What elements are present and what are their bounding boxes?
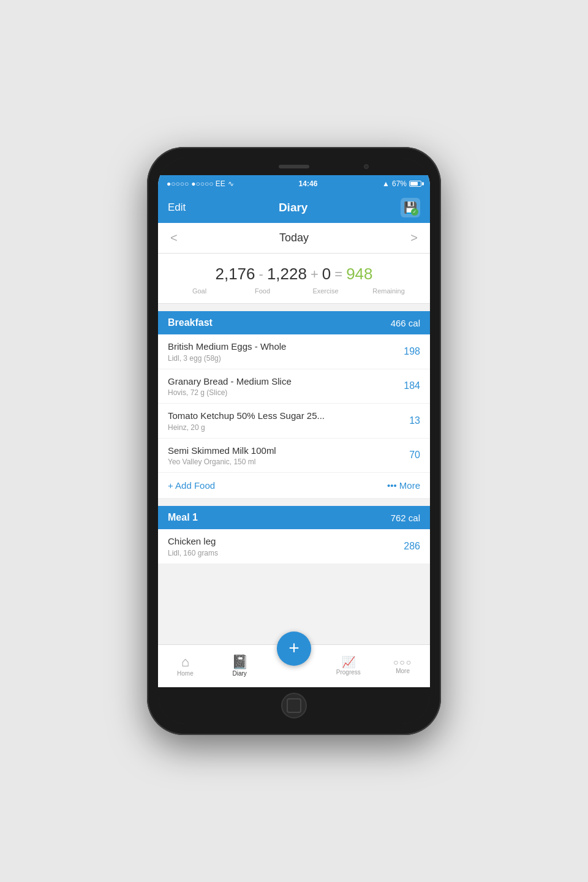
breakfast-header: Breakfast 466 cal bbox=[158, 311, 430, 334]
phone-camera bbox=[364, 164, 369, 169]
tab-progress[interactable]: 📈 Progress bbox=[321, 645, 375, 687]
food-item-ketchup[interactable]: Tomato Ketchup 50% Less Sugar 25... Hein… bbox=[158, 404, 430, 439]
food-info-chicken: Chicken leg Lidl, 160 grams bbox=[168, 535, 399, 557]
tab-more[interactable]: ○○○ More bbox=[375, 645, 430, 687]
phone-home-area bbox=[158, 687, 430, 724]
progress-icon: 📈 bbox=[342, 657, 355, 668]
tab-home-label: Home bbox=[177, 670, 194, 677]
food-detail-ketchup: Heinz, 20 g bbox=[168, 423, 399, 432]
wifi-icon: ∿ bbox=[228, 179, 234, 188]
edit-button[interactable]: Edit bbox=[168, 202, 186, 214]
food-cal-chicken: 286 bbox=[399, 541, 420, 552]
save-check-icon: ✓ bbox=[411, 208, 418, 216]
food-cal-milk: 70 bbox=[399, 450, 420, 461]
status-right: ▲ 67% bbox=[382, 179, 421, 188]
food-detail-milk: Yeo Valley Organic, 150 ml bbox=[168, 458, 399, 466]
status-left: ●○○○○ ●○○○○ EE ∿ bbox=[167, 179, 234, 188]
diary-icon: 📓 bbox=[232, 655, 248, 669]
phone-inner: ●○○○○ ●○○○○ EE ∿ 14:46 ▲ 67% Edit Diary bbox=[158, 158, 430, 724]
food-detail-eggs: Lidl, 3 egg (58g) bbox=[168, 354, 399, 363]
remaining-value: 948 bbox=[346, 265, 372, 284]
home-button-inner bbox=[287, 698, 301, 713]
carrier-label: ●○○○○ EE bbox=[191, 179, 225, 188]
food-item-eggs[interactable]: British Medium Eggs - Whole Lidl, 3 egg … bbox=[158, 334, 430, 369]
food-name-bread: Granary Bread - Medium Slice bbox=[168, 375, 399, 388]
remaining-label: Remaining bbox=[357, 287, 420, 295]
more-icon: ○○○ bbox=[393, 658, 412, 666]
breakfast-section: Breakfast 466 cal British Medium Eggs - … bbox=[158, 311, 430, 499]
meal1-header: Meal 1 762 cal bbox=[158, 506, 430, 529]
food-cal-bread: 184 bbox=[399, 380, 420, 391]
signal-dots: ●○○○○ bbox=[167, 179, 189, 188]
tab-diary[interactable]: 📓 Diary bbox=[213, 645, 267, 687]
battery-percent: 67% bbox=[392, 179, 407, 188]
food-info-bread: Granary Bread - Medium Slice Hovis, 72 g… bbox=[168, 375, 399, 398]
status-time: 14:46 bbox=[299, 179, 318, 188]
food-detail-chicken: Lidl, 160 grams bbox=[168, 549, 399, 557]
plus-operator: + bbox=[311, 266, 318, 282]
next-date-button[interactable]: > bbox=[410, 231, 418, 245]
food-item-milk[interactable]: Semi Skimmed Milk 100ml Yeo Valley Organ… bbox=[158, 439, 430, 473]
tab-add[interactable]: + bbox=[267, 645, 322, 687]
battery-icon bbox=[409, 181, 421, 187]
breakfast-title: Breakfast bbox=[168, 317, 213, 328]
food-value: 1,228 bbox=[267, 265, 307, 284]
cal-labels: Goal Food Exercise Remaining bbox=[168, 287, 420, 295]
food-name-chicken: Chicken leg bbox=[168, 535, 399, 548]
add-food-plus-button[interactable]: + bbox=[277, 631, 311, 666]
phone-top-bar bbox=[158, 158, 430, 175]
more-button-breakfast[interactable]: ••• More bbox=[387, 480, 420, 491]
tab-bar: ⌂ Home 📓 Diary + 📈 Progress bbox=[158, 644, 430, 687]
food-item-bread[interactable]: Granary Bread - Medium Slice Hovis, 72 g… bbox=[158, 369, 430, 404]
add-food-row-breakfast: + Add Food ••• More bbox=[158, 473, 430, 499]
plus-icon: + bbox=[288, 639, 300, 657]
food-cal-ketchup: 13 bbox=[399, 415, 420, 426]
page-title: Diary bbox=[279, 201, 308, 214]
phone-speaker bbox=[279, 165, 309, 168]
food-info-ketchup: Tomato Ketchup 50% Less Sugar 25... Hein… bbox=[168, 410, 399, 432]
food-info-milk: Semi Skimmed Milk 100ml Yeo Valley Organ… bbox=[168, 445, 399, 467]
screen: ●○○○○ ●○○○○ EE ∿ 14:46 ▲ 67% Edit Diary bbox=[158, 175, 430, 687]
add-food-button-breakfast[interactable]: + Add Food bbox=[168, 480, 215, 491]
cal-row: 2,176 - 1,228 + 0 = 948 bbox=[168, 265, 420, 284]
date-nav: < Today > bbox=[158, 223, 430, 254]
tab-diary-label: Diary bbox=[233, 670, 247, 677]
food-item-chicken[interactable]: Chicken leg Lidl, 160 grams 286 bbox=[158, 529, 430, 564]
exercise-label: Exercise bbox=[294, 287, 357, 295]
food-detail-bread: Hovis, 72 g (Slice) bbox=[168, 388, 399, 397]
current-date: Today bbox=[279, 232, 309, 244]
tab-home[interactable]: ⌂ Home bbox=[158, 645, 213, 687]
meal1-calories: 762 cal bbox=[391, 513, 420, 523]
minus-operator: - bbox=[259, 266, 263, 282]
phone-device: ●○○○○ ●○○○○ EE ∿ 14:46 ▲ 67% Edit Diary bbox=[147, 147, 441, 735]
tab-progress-label: Progress bbox=[336, 669, 361, 676]
food-name-ketchup: Tomato Ketchup 50% Less Sugar 25... bbox=[168, 410, 399, 422]
food-name-milk: Semi Skimmed Milk 100ml bbox=[168, 445, 399, 457]
equals-operator: = bbox=[334, 266, 342, 282]
content-area: < Today > 2,176 - 1,228 + 0 = 948 bbox=[158, 223, 430, 644]
location-icon: ▲ bbox=[382, 179, 390, 188]
home-icon: ⌂ bbox=[181, 655, 189, 669]
exercise-value: 0 bbox=[322, 265, 331, 284]
save-button[interactable]: 💾 ✓ bbox=[401, 198, 420, 217]
food-cal-eggs: 198 bbox=[399, 346, 420, 357]
battery-fill bbox=[410, 182, 418, 186]
meal1-title: Meal 1 bbox=[168, 512, 198, 523]
meal1-section: Meal 1 762 cal Chicken leg Lidl, 160 gra… bbox=[158, 506, 430, 564]
calories-summary: 2,176 - 1,228 + 0 = 948 Goal Food Exerci… bbox=[158, 254, 430, 304]
goal-label: Goal bbox=[168, 287, 231, 295]
tab-more-label: More bbox=[396, 668, 410, 674]
breakfast-calories: 466 cal bbox=[391, 318, 420, 328]
nav-bar: Edit Diary 💾 ✓ bbox=[158, 192, 430, 223]
prev-date-button[interactable]: < bbox=[170, 231, 178, 245]
goal-value: 2,176 bbox=[215, 265, 255, 284]
home-button[interactable] bbox=[281, 693, 307, 718]
status-bar: ●○○○○ ●○○○○ EE ∿ 14:46 ▲ 67% bbox=[158, 175, 430, 192]
food-name-eggs: British Medium Eggs - Whole bbox=[168, 341, 399, 353]
food-label: Food bbox=[231, 287, 294, 295]
food-info-eggs: British Medium Eggs - Whole Lidl, 3 egg … bbox=[168, 341, 399, 363]
